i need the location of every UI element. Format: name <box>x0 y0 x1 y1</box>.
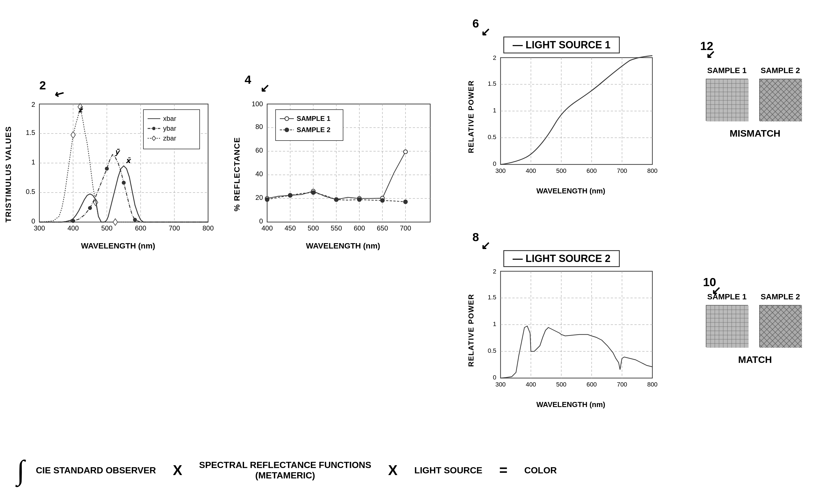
svg-point-26 <box>122 181 126 185</box>
svg-text:550: 550 <box>331 224 342 232</box>
svg-text:zbar: zbar <box>163 134 176 142</box>
svg-text:600: 600 <box>135 224 146 232</box>
svg-text:800: 800 <box>647 167 658 174</box>
svg-text:400: 400 <box>526 167 536 174</box>
svg-point-73 <box>311 191 315 195</box>
chart1-y-label: TRISTIMULUS VALUES <box>0 121 17 228</box>
sample1-top-label: SAMPLE 1 <box>706 66 748 75</box>
svg-text:700: 700 <box>617 381 627 388</box>
svg-text:SAMPLE 2: SAMPLE 2 <box>297 126 330 134</box>
svg-text:500: 500 <box>308 224 319 232</box>
arrow-4: ↙ <box>260 81 270 94</box>
chart4-x-label: WAVELENGTH (nm) <box>478 400 664 409</box>
svg-text:0: 0 <box>493 374 496 381</box>
svg-point-70 <box>403 150 407 154</box>
svg-text:100: 100 <box>252 100 263 108</box>
light-source-label: LIGHT SOURCE <box>415 465 482 476</box>
svg-text:800: 800 <box>647 381 658 388</box>
sample1-bottom-patch <box>706 305 748 347</box>
chart4-container: — LIGHT SOURCE 2 RELATIVE POWER 0 0.5 1 … <box>478 250 664 409</box>
svg-text:400: 400 <box>262 224 273 232</box>
integral-symbol: ∫ <box>17 459 24 482</box>
times1-symbol: X <box>173 462 182 479</box>
svg-text:0: 0 <box>259 217 263 225</box>
svg-point-77 <box>403 200 407 204</box>
reflectance-label: SPECTRAL REFLECTANCE FUNCTIONS (METAMERI… <box>199 460 371 481</box>
cie-label: CIE STANDARD OBSERVER <box>36 465 156 476</box>
chart1-x-label: WAVELENGTH (nm) <box>17 241 219 250</box>
svg-point-24 <box>88 206 92 210</box>
ref-4: 4 <box>245 73 251 86</box>
svg-text:300: 300 <box>495 381 506 388</box>
arrow-12: ↙ <box>706 48 715 61</box>
svg-text:ybar: ybar <box>163 124 176 132</box>
svg-point-35 <box>152 127 155 130</box>
color-label: COLOR <box>525 465 557 476</box>
svg-text:300: 300 <box>34 224 45 232</box>
svg-rect-78 <box>276 110 343 140</box>
page-container: 2 ↙ 4 ↙ 6 ↙ 8 ↙ 10 ↙ 12 ↙ TRISTIMULUS VA… <box>0 0 836 504</box>
ref-2: 2 <box>39 79 46 92</box>
svg-text:400: 400 <box>526 381 536 388</box>
chart1-svg: 0 0.5 1 1.5 2 300 400 500 600 700 800 <box>17 98 219 239</box>
svg-text:800: 800 <box>203 224 214 232</box>
times2-symbol: X <box>388 462 397 479</box>
svg-text:40: 40 <box>255 170 263 178</box>
svg-text:xbar: xbar <box>163 115 176 122</box>
mismatch-label: MISMATCH <box>706 128 804 139</box>
svg-text:80: 80 <box>255 123 263 131</box>
svg-text:450: 450 <box>285 224 296 232</box>
chart3-y-label: RELATIVE POWER <box>464 70 478 163</box>
svg-point-75 <box>357 198 361 201</box>
chart3-svg: 0 0.5 1 1.5 2 300 400 500 600 700 800 <box>478 52 664 184</box>
bottom-equation: ∫ CIE STANDARD OBSERVER X SPECTRAL REFLE… <box>17 459 819 482</box>
svg-text:1: 1 <box>493 321 496 328</box>
chart2-svg: 0 20 40 60 80 100 400 450 500 550 600 65… <box>245 98 441 239</box>
chart2-container: % REFLECTANCE 0 20 40 60 80 100 400 <box>245 98 441 250</box>
svg-text:2: 2 <box>32 101 35 108</box>
svg-text:700: 700 <box>617 167 627 174</box>
svg-point-83 <box>285 128 289 132</box>
svg-text:300: 300 <box>495 167 506 174</box>
svg-text:1.5: 1.5 <box>488 294 496 301</box>
svg-text:2: 2 <box>493 54 496 61</box>
chart4-title: — LIGHT SOURCE 2 <box>504 250 620 267</box>
sample1-top-patch <box>706 79 748 121</box>
svg-text:650: 650 <box>377 224 388 232</box>
chart3-title: — LIGHT SOURCE 1 <box>504 37 620 53</box>
svg-point-80 <box>285 117 289 121</box>
svg-text:1: 1 <box>32 158 35 166</box>
svg-text:500: 500 <box>556 381 567 388</box>
ref-8: 8 <box>472 231 479 244</box>
sample2-bottom-label: SAMPLE 2 <box>759 292 801 301</box>
svg-text:SAMPLE 1: SAMPLE 1 <box>297 115 330 122</box>
svg-text:20: 20 <box>255 194 263 201</box>
svg-point-27 <box>133 218 137 222</box>
chart3-x-label: WAVELENGTH (nm) <box>478 187 664 195</box>
chart2-y-label: % REFLECTANCE <box>229 121 245 228</box>
svg-text:0: 0 <box>493 160 496 167</box>
sample1-bottom-label: SAMPLE 1 <box>706 292 748 301</box>
svg-text:0.5: 0.5 <box>26 188 35 195</box>
svg-text:400: 400 <box>68 224 79 232</box>
svg-text:1: 1 <box>493 107 496 114</box>
svg-point-71 <box>265 198 269 201</box>
svg-point-25 <box>105 167 109 171</box>
svg-text:1.5: 1.5 <box>26 129 35 136</box>
chart4-y-label: RELATIVE POWER <box>464 284 478 377</box>
svg-text:600: 600 <box>587 167 597 174</box>
svg-text:2: 2 <box>493 268 496 275</box>
svg-text:500: 500 <box>556 167 567 174</box>
svg-text:0.5: 0.5 <box>488 134 496 140</box>
equals-symbol: = <box>499 462 507 479</box>
svg-text:0.5: 0.5 <box>488 347 496 354</box>
chart4-svg: 0 0.5 1 1.5 2 300 400 500 600 700 800 <box>478 266 664 398</box>
svg-text:600: 600 <box>587 381 597 388</box>
svg-text:1.5: 1.5 <box>488 80 496 87</box>
svg-point-72 <box>288 193 292 197</box>
chart3-container: — LIGHT SOURCE 1 RELATIVE POWER 0 0.5 1 … <box>478 37 664 195</box>
chart1-container: TRISTIMULUS VALUES 0 0.5 1 1.5 2 300 400 <box>17 98 219 250</box>
svg-text:500: 500 <box>101 224 113 232</box>
svg-point-74 <box>334 198 338 201</box>
sample2-top-label: SAMPLE 2 <box>759 66 801 75</box>
